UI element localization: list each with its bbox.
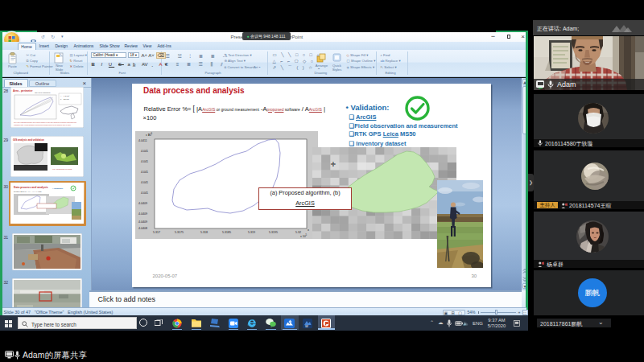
- svg-text:Fig.x The estimated surface a: Fig.x The estimated surface area and per…: [14, 121, 76, 123]
- svg-text:4.0411: 4.0411: [138, 139, 147, 142]
- svg-text:5.3185: 5.3185: [222, 231, 231, 234]
- svg-text:Area - perimeter: Area - perimeter: [13, 89, 33, 93]
- svg-text:5.317: 5.317: [153, 231, 160, 234]
- svg-text:A = 4.45 km²: A = 4.45 km²: [60, 95, 70, 97]
- svg-text:validation with ArcGIS softwar: validation with ArcGIS software and grou…: [14, 124, 71, 125]
- svg-text:Fig.x Comparison of results: Fig.x Comparison of results: [52, 168, 72, 170]
- svg-text:5.3195: 5.3195: [269, 231, 278, 234]
- svg-text:4.041: 4.041: [141, 150, 148, 153]
- svg-text:4.0409: 4.0409: [138, 220, 147, 224]
- svg-text:5.3175: 5.3175: [175, 231, 184, 234]
- svg-text:4.041: 4.041: [141, 171, 148, 174]
- svg-text:W: W: [305, 323, 308, 327]
- svg-text:y: y: [148, 132, 150, 136]
- svg-text:4.041: 4.041: [141, 160, 148, 163]
- svg-text:4.041: 4.041: [141, 191, 148, 195]
- svg-text:5.318: 5.318: [200, 231, 208, 234]
- svg-text:Relative Error %= [ |A - A| /: Relative Error %= [ |A - A| / A ] ×100: [14, 191, 42, 192]
- svg-text:5.32: 5.32: [295, 231, 301, 234]
- svg-text:4.0409: 4.0409: [138, 202, 147, 205]
- svg-text:P = 12.3 km: P = 12.3 km: [60, 98, 69, 100]
- svg-text:lake area estimation: lake area estimation: [35, 92, 51, 93]
- svg-text:GIS analysis and validation: GIS analysis and validation: [13, 138, 44, 142]
- svg-text:4.0409: 4.0409: [138, 212, 147, 216]
- svg-text:x: x: [308, 228, 309, 232]
- svg-text:• Validation:: • Validation:: [52, 187, 64, 190]
- svg-text:4.0408: 4.0408: [138, 227, 147, 230]
- svg-text:5.319: 5.319: [248, 231, 255, 234]
- svg-text:Data process and analysis: Data process and analysis: [14, 186, 48, 189]
- svg-text:4.041: 4.041: [141, 181, 148, 184]
